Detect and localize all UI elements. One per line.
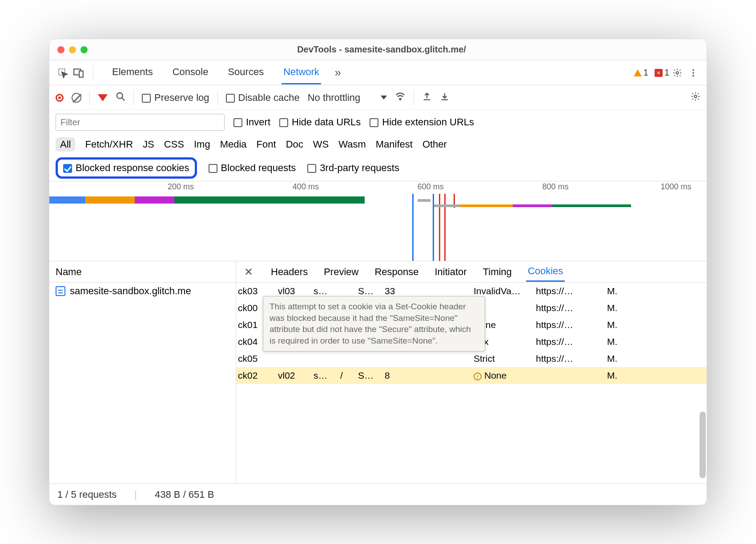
tick: 400 ms: [293, 182, 319, 192]
cookie-filter-row: Blocked response cookies Blocked request…: [49, 155, 707, 181]
record-button-icon[interactable]: [56, 94, 64, 102]
network-conditions-icon[interactable]: [395, 91, 406, 104]
request-name: samesite-sandbox.glitch.me: [70, 285, 191, 297]
type-fetchxhr[interactable]: Fetch/XHR: [85, 139, 133, 150]
svg-point-7: [117, 92, 123, 98]
cookie-row[interactable]: ck05Stricthttps://…M.: [236, 350, 707, 367]
request-list-panel: Name samesite-sandbox.glitch.me: [49, 261, 236, 484]
type-doc[interactable]: Doc: [286, 139, 303, 150]
dtab-initiator[interactable]: Initiator: [433, 263, 468, 281]
hide-data-urls-checkbox[interactable]: Hide data URLs: [279, 116, 361, 128]
detail-tabs: ✕ Headers Preview Response Initiator Tim…: [236, 261, 707, 283]
upload-har-icon[interactable]: [422, 92, 432, 104]
devtools-window: DevTools - samesite-sandbox.glitch.me/ E…: [49, 39, 707, 505]
filter-input[interactable]: [56, 114, 225, 131]
svg-point-4: [692, 69, 694, 71]
svg-line-8: [122, 97, 125, 100]
dtab-response[interactable]: Response: [373, 263, 420, 281]
minimize-window-icon[interactable]: [69, 46, 76, 53]
dtab-headers[interactable]: Headers: [269, 263, 310, 281]
type-all[interactable]: All: [56, 137, 75, 152]
invert-checkbox[interactable]: Invert: [233, 116, 270, 128]
zoom-window-icon[interactable]: [80, 46, 88, 53]
tick: 800 ms: [543, 182, 569, 192]
svg-point-5: [692, 72, 694, 74]
close-window-icon[interactable]: [57, 46, 64, 53]
window-title: DevTools - samesite-sandbox.glitch.me/: [88, 44, 707, 55]
blocked-requests-checkbox[interactable]: Blocked requests: [209, 162, 296, 174]
more-tabs-icon[interactable]: »: [330, 65, 346, 81]
search-icon[interactable]: [116, 92, 125, 104]
timeline-overview[interactable]: 200 ms 400 ms 600 ms 800 ms 1000 ms: [49, 181, 707, 261]
request-detail-panel: ✕ Headers Preview Response Initiator Tim…: [236, 261, 707, 484]
tick: 1000 ms: [661, 182, 692, 192]
download-har-icon[interactable]: [440, 92, 450, 104]
inspect-icon[interactable]: [55, 65, 71, 81]
dtab-cookies[interactable]: Cookies: [526, 262, 565, 282]
filter-toggle-icon[interactable]: [98, 94, 108, 101]
cookie-row[interactable]: ck02vl02s…/S…8iNoneM.: [236, 367, 707, 384]
blocked-response-cookies-checkbox[interactable]: Blocked response cookies: [56, 157, 197, 179]
warnings-badge[interactable]: 1: [634, 68, 648, 78]
name-column-header[interactable]: Name: [49, 261, 236, 283]
info-icon: i: [474, 372, 482, 380]
type-css[interactable]: CSS: [164, 139, 184, 150]
errors-badge[interactable]: ×1: [655, 68, 669, 78]
close-detail-icon[interactable]: ✕: [241, 266, 257, 278]
device-toggle-icon[interactable]: [71, 65, 87, 81]
tab-network[interactable]: Network: [281, 61, 321, 84]
hide-extension-urls-checkbox[interactable]: Hide extension URLs: [370, 116, 474, 128]
svg-point-9: [400, 98, 401, 100]
type-img[interactable]: Img: [194, 139, 210, 150]
filter-row: Invert Hide data URLs Hide extension URL…: [49, 110, 707, 134]
type-font[interactable]: Font: [257, 139, 276, 150]
resource-type-row: All Fetch/XHR JS CSS Img Media Font Doc …: [49, 134, 707, 155]
cookie-blocked-tooltip: This attempt to set a cookie via a Set-C…: [263, 296, 485, 352]
throttle-select[interactable]: No throttling: [308, 92, 387, 104]
cookies-table: ck03vl03s…S…33InvalidVa…https://…M.ck00v…: [236, 283, 707, 484]
type-media[interactable]: Media: [220, 139, 247, 150]
chevron-down-icon: [381, 96, 387, 100]
transfer-size: 438 B / 651 B: [155, 489, 214, 500]
warning-count: 1: [643, 68, 648, 78]
main-tabs: Elements Console Sources Network » 1 ×1: [49, 60, 707, 85]
status-bar: 1 / 5 requests | 438 B / 651 B: [49, 484, 707, 505]
svg-rect-2: [79, 71, 83, 77]
titlebar: DevTools - samesite-sandbox.glitch.me/: [49, 39, 707, 60]
tab-sources[interactable]: Sources: [226, 61, 265, 84]
request-row[interactable]: samesite-sandbox.glitch.me: [49, 283, 236, 300]
dtab-preview[interactable]: Preview: [322, 263, 360, 281]
type-manifest[interactable]: Manifest: [376, 139, 413, 150]
network-toolbar: Preserve log Disable cache No throttling: [49, 85, 707, 110]
settings-gear-icon[interactable]: [669, 65, 685, 81]
type-wasm[interactable]: Wasm: [338, 139, 366, 150]
disable-cache-checkbox[interactable]: Disable cache: [226, 92, 300, 104]
type-js[interactable]: JS: [143, 139, 154, 150]
window-controls: [49, 46, 88, 53]
scrollbar[interactable]: [700, 84, 706, 478]
type-other[interactable]: Other: [422, 139, 447, 150]
network-settings-gear-icon[interactable]: [691, 92, 700, 104]
tick: 200 ms: [168, 182, 194, 192]
svg-point-10: [694, 95, 697, 98]
document-icon: [56, 286, 65, 296]
preserve-log-checkbox[interactable]: Preserve log: [142, 92, 209, 104]
third-party-requests-checkbox[interactable]: 3rd-party requests: [307, 162, 399, 174]
svg-point-3: [676, 72, 679, 74]
dtab-timing[interactable]: Timing: [481, 263, 514, 281]
tab-elements[interactable]: Elements: [110, 61, 155, 84]
tab-console[interactable]: Console: [171, 61, 210, 84]
error-count: 1: [664, 68, 669, 78]
svg-point-6: [692, 75, 694, 76]
request-count: 1 / 5 requests: [57, 489, 117, 500]
tick: 600 ms: [418, 182, 444, 192]
clear-button-icon[interactable]: [72, 93, 81, 103]
kebab-menu-icon[interactable]: [685, 65, 701, 81]
type-ws[interactable]: WS: [313, 139, 329, 150]
